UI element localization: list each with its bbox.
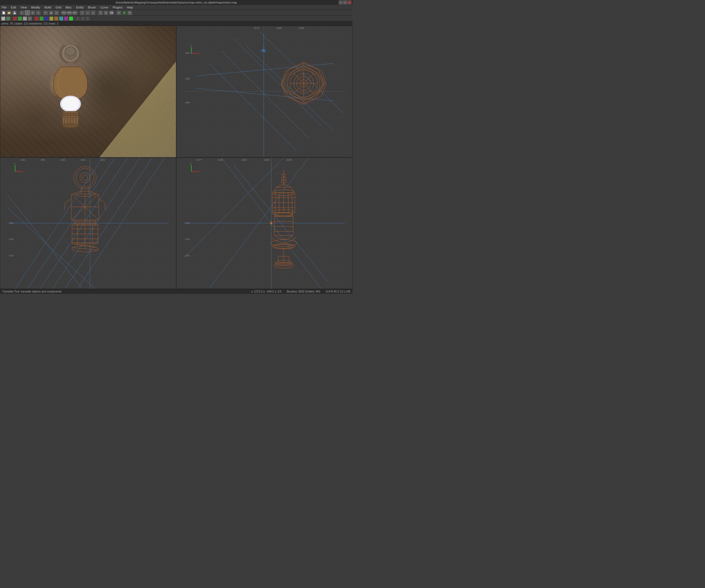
coord-label-br5: 2295 xyxy=(286,158,291,161)
zoom-in[interactable]: + xyxy=(80,10,85,15)
color-red[interactable] xyxy=(13,16,17,21)
csg-union[interactable]: CSG+ xyxy=(61,10,66,15)
title-text: /home/illwieckz/Mapping/Unvanquished/Int… xyxy=(115,1,237,4)
prims-text: prims: 76 | states: 13 | transforms: 13 … xyxy=(2,22,58,25)
minimize-button[interactable]: − xyxy=(339,1,343,4)
color-yellow[interactable] xyxy=(49,16,54,21)
vertex-button[interactable]: ◈ xyxy=(49,10,54,15)
svg-point-5 xyxy=(62,97,79,111)
color-magenta[interactable] xyxy=(64,16,68,21)
coords-display: x: 2272.0 y: -440.0 z: 0.0 xyxy=(251,290,281,293)
app-window: /home/illwieckz/Mapping/Unvanquished/Int… xyxy=(0,0,352,294)
scale-button[interactable]: ⤡ xyxy=(36,10,41,15)
color-green2[interactable] xyxy=(39,16,44,21)
menu-edit[interactable]: Edit xyxy=(10,6,17,9)
open-button[interactable]: 📂 xyxy=(7,10,11,15)
svg-rect-63 xyxy=(191,53,192,54)
coord-x1: -464 xyxy=(20,158,25,161)
sep5 xyxy=(97,11,97,15)
coord-y-br3: -324 xyxy=(185,254,190,257)
clip-button[interactable]: ✂ xyxy=(43,10,48,15)
color-brush[interactable] xyxy=(6,16,10,21)
fit-view[interactable]: ⤢ xyxy=(91,10,96,15)
new-button[interactable]: 📄 xyxy=(1,10,6,15)
svg-text:Y: Y xyxy=(14,163,15,165)
rotate-button[interactable]: ↻ xyxy=(30,10,35,15)
color-bright-green[interactable] xyxy=(69,16,73,21)
color-sep3 xyxy=(74,17,75,20)
csg-intersect[interactable]: CSG∩ xyxy=(73,10,77,15)
color-sep1 xyxy=(11,17,12,20)
close-button[interactable]: × xyxy=(347,1,351,4)
color-cyan[interactable] xyxy=(59,16,63,21)
entity-button[interactable]: E xyxy=(103,10,108,15)
svg-text:X: X xyxy=(198,170,200,173)
coord-x3: -448 xyxy=(60,158,65,161)
color-gray[interactable] xyxy=(28,16,32,21)
sep3 xyxy=(60,11,60,15)
statusbar: Translate Tool: translate objects and co… xyxy=(0,289,352,294)
color-green[interactable] xyxy=(18,16,22,21)
titlebar: /home/illwieckz/Mapping/Unvanquished/Int… xyxy=(0,0,352,5)
mode-1[interactable]: 1 xyxy=(76,16,80,21)
color-blue[interactable] xyxy=(44,16,49,21)
zoom-out[interactable]: − xyxy=(85,10,90,15)
viewport-bottom-left[interactable]: -464 -456 -448 -440 -432 -308 -316 -324 xyxy=(0,157,176,289)
coord-x2: -456 xyxy=(40,158,45,161)
color-orange[interactable] xyxy=(54,16,58,21)
coord-y2: -316 xyxy=(8,238,13,240)
translate-tool-label: Translate Tool: translate objects and co… xyxy=(2,290,61,293)
menu-misc[interactable]: Misc xyxy=(65,6,73,9)
svg-rect-126 xyxy=(184,158,345,289)
coord-label-br3: 2285 xyxy=(241,158,247,161)
bottom-left-canvas: -464 -456 -448 -440 -432 -308 -316 -324 xyxy=(0,158,176,289)
brushes-entities: Brushes: 5626 Entities: 842 xyxy=(287,290,320,293)
window-controls: − □ × xyxy=(339,1,351,4)
console-button[interactable]: ⌨ xyxy=(109,10,114,15)
color-white[interactable] xyxy=(23,16,27,21)
texture-button[interactable]: T xyxy=(98,10,103,15)
select-button[interactable]: ↖ xyxy=(19,10,24,15)
color-sep2 xyxy=(33,17,33,20)
menu-grid[interactable]: Grid xyxy=(55,6,62,9)
lantern-3d xyxy=(43,45,98,138)
mode-2[interactable]: 2 xyxy=(81,16,85,21)
menu-curve[interactable]: Curve xyxy=(100,6,109,9)
coord-y3: -324 xyxy=(8,254,13,257)
menu-brush[interactable]: Brush xyxy=(87,6,96,9)
maximize-button[interactable]: □ xyxy=(343,1,347,4)
grid-toggle[interactable]: # xyxy=(116,10,121,15)
svg-rect-8 xyxy=(62,115,79,116)
viewport-bottom-right[interactable]: 2277 2280 2285 2290 2295 -308 -316 -324 xyxy=(176,157,352,289)
menu-modify[interactable]: Modify xyxy=(31,6,40,9)
build-button[interactable]: B xyxy=(122,10,127,15)
color-red2[interactable] xyxy=(35,16,39,21)
menu-file[interactable]: File xyxy=(1,6,7,9)
menu-entity[interactable]: Entity xyxy=(76,6,85,9)
prims-statusbar: prims: 76 | states: 13 | transforms: 13 … xyxy=(0,21,352,26)
main-toolbar: 📄 📂 💾 ↖ ↔ ↻ ⤡ ✂ ◈ ⬡ CSG+ CSG- CSG∩ + − ⤢… xyxy=(0,10,352,16)
coord-label: -448 xyxy=(185,77,190,80)
viewport-3d[interactable] xyxy=(0,26,176,157)
csg-subtract[interactable]: CSG- xyxy=(67,10,72,15)
coord-x4: -440 xyxy=(80,158,85,161)
color-default[interactable] xyxy=(1,16,5,21)
menu-view[interactable]: View xyxy=(20,6,28,9)
mode-3[interactable]: 3 xyxy=(86,16,90,21)
translate-button[interactable]: ↔ xyxy=(25,10,30,15)
refresh-button[interactable]: ⟳ xyxy=(127,10,132,15)
edge-button[interactable]: ⬡ xyxy=(54,10,59,15)
coord-label-br1: 2277 xyxy=(196,158,202,161)
coord-label: 2288 xyxy=(299,27,304,30)
save-button[interactable]: 💾 xyxy=(12,10,17,15)
menu-help[interactable]: Help xyxy=(126,6,134,9)
coord-label: -440 xyxy=(185,52,190,54)
menu-plugins[interactable]: Plugins xyxy=(112,6,123,9)
viewport-top-right[interactable]: 2272 2280 2288 -440 -448 -458 xyxy=(176,26,352,157)
color-toolbar: 1 2 3 xyxy=(0,16,352,21)
svg-rect-6 xyxy=(63,111,78,117)
svg-point-14 xyxy=(62,124,79,128)
menu-build[interactable]: Build xyxy=(44,6,52,9)
menubar: File Edit View Modify Build Grid Misc En… xyxy=(0,5,352,10)
bottom-right-canvas: 2277 2280 2285 2290 2295 -308 -316 -324 xyxy=(177,158,352,289)
